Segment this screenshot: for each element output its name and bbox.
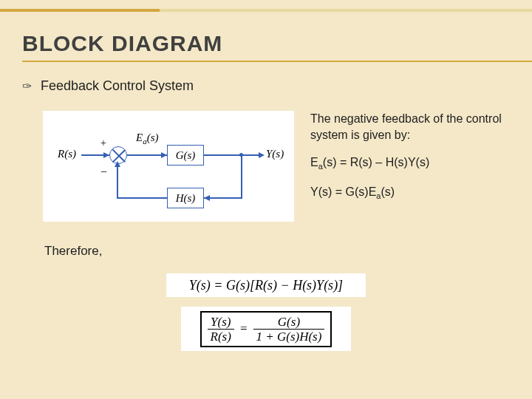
summing-plus: +	[100, 137, 106, 149]
subtitle-row: ✑ Feedback Control System	[22, 78, 194, 94]
equation-y: Y(s) = G(s)Ea(s)	[310, 184, 502, 202]
page-title: BLOCK DIAGRAM	[22, 31, 222, 56]
line	[241, 154, 242, 198]
signal-Ea: Ea(s)	[136, 132, 159, 146]
line	[117, 197, 167, 199]
bullet-icon: ✑	[22, 79, 32, 93]
equation-ea: Ea(s) = R(s) – H(s)Y(s)	[310, 154, 502, 172]
summing-minus: −	[100, 166, 107, 179]
arrow-icon	[115, 161, 120, 167]
therefore-text: Therefore,	[44, 244, 102, 259]
arrow-icon	[161, 152, 167, 158]
block-diagram: R(s) + − Ea(s) G(s) H(s) Y(s)	[43, 111, 294, 222]
derived-equation: Y(s) = G(s)[R(s) − H(s)Y(s)]	[166, 273, 366, 297]
signal-R: R(s)	[58, 148, 76, 160]
arrow-icon	[204, 195, 210, 201]
transfer-function: Y(s) R(s) = G(s) 1 + G(s)H(s)	[181, 307, 351, 351]
signal-Y: Y(s)	[266, 148, 284, 160]
block-G: G(s)	[167, 145, 204, 166]
line	[204, 154, 263, 156]
description-text: The negative feedback of the control sys…	[310, 111, 502, 143]
block-H: H(s)	[167, 188, 204, 208]
arrow-icon	[259, 152, 265, 158]
line	[117, 164, 118, 198]
description-column: The negative feedback of the control sys…	[310, 111, 502, 214]
decorative-bar	[0, 9, 532, 12]
arrow-icon	[103, 152, 109, 158]
title-underline	[22, 61, 532, 62]
subtitle-text: Feedback Control System	[41, 78, 194, 94]
